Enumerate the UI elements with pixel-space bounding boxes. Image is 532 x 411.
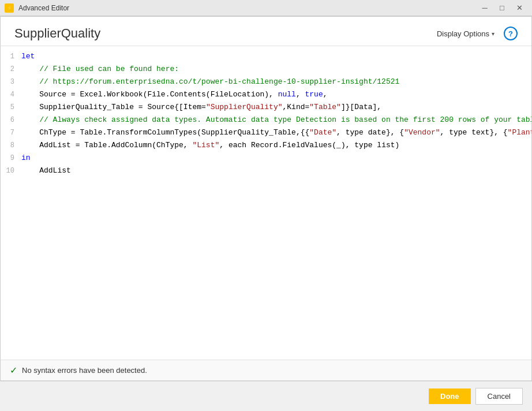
line-content: let <box>21 51 527 63</box>
line-number: 9 <box>5 153 21 164</box>
code-line: 8 AddList = Table.AddColumn(ChType, "Lis… <box>1 140 531 152</box>
line-content: in <box>21 152 527 165</box>
line-content: Source = Excel.Workbook(File.Contents(Fi… <box>21 89 527 101</box>
chevron-down-icon: ▾ <box>492 31 494 37</box>
app-icon: ⚡ <box>5 3 14 13</box>
line-number: 5 <box>5 102 21 113</box>
status-check-icon: ✓ <box>10 365 17 376</box>
code-line: 3 // https://forum.enterprisedna.co/t/po… <box>1 76 531 89</box>
query-title: SupplierQuality <box>14 26 100 41</box>
status-bar: ✓ No syntax errors have been detected. <box>1 360 531 380</box>
line-content: AddList <box>21 165 527 177</box>
header-right: Display Options ▾ ? <box>432 27 518 40</box>
footer: Done Cancel <box>0 381 532 411</box>
code-line: 6 // Always check assigned data types. A… <box>1 114 531 127</box>
close-button[interactable]: ✕ <box>511 2 527 14</box>
code-line: 4 Source = Excel.Workbook(File.Contents(… <box>1 89 531 102</box>
line-number: 4 <box>5 89 21 100</box>
line-content: SupplierQuality_Table = Source{[Item="Su… <box>21 102 527 114</box>
main-window: SupplierQuality Display Options ▾ ? 1let… <box>0 16 532 381</box>
line-number: 10 <box>5 166 21 177</box>
cancel-button[interactable]: Cancel <box>475 388 523 405</box>
code-line: 10 AddList <box>1 165 531 178</box>
code-editor[interactable]: 1let2 // File used can be found here:3 /… <box>1 46 531 360</box>
line-number: 2 <box>5 64 21 75</box>
line-number: 6 <box>5 115 21 126</box>
code-line: 2 // File used can be found here: <box>1 63 531 76</box>
line-content: // File used can be found here: <box>21 63 527 76</box>
line-number: 7 <box>5 128 21 139</box>
line-content: ChType = Table.TransformColumnTypes(Supp… <box>21 127 531 139</box>
title-bar: ⚡ Advanced Editor ─ □ ✕ <box>0 0 532 16</box>
code-line: 5 SupplierQuality_Table = Source{[Item="… <box>1 102 531 114</box>
editor-header: SupplierQuality Display Options ▾ ? <box>1 17 531 46</box>
status-message: No syntax errors have been detected. <box>22 366 147 375</box>
line-content: AddList = Table.AddColumn(ChType, "List"… <box>21 140 527 152</box>
minimize-button[interactable]: ─ <box>477 2 493 14</box>
line-content: // Always check assigned data types. Aut… <box>21 114 531 126</box>
display-options-label: Display Options <box>437 29 489 38</box>
line-number: 8 <box>5 140 21 151</box>
help-button[interactable]: ? <box>504 27 518 40</box>
maximize-button[interactable]: □ <box>494 2 510 14</box>
code-line: 1let <box>1 51 531 63</box>
done-button[interactable]: Done <box>429 388 471 404</box>
line-content: // https://forum.enterprisedna.co/t/powe… <box>21 76 527 88</box>
title-bar-text: Advanced Editor <box>18 4 472 12</box>
code-line: 9in <box>1 152 531 165</box>
code-line: 7 ChType = Table.TransformColumnTypes(Su… <box>1 127 531 140</box>
line-number: 1 <box>5 51 21 62</box>
title-bar-controls: ─ □ ✕ <box>477 2 527 14</box>
line-number: 3 <box>5 77 21 88</box>
display-options-button[interactable]: Display Options ▾ <box>432 27 499 40</box>
